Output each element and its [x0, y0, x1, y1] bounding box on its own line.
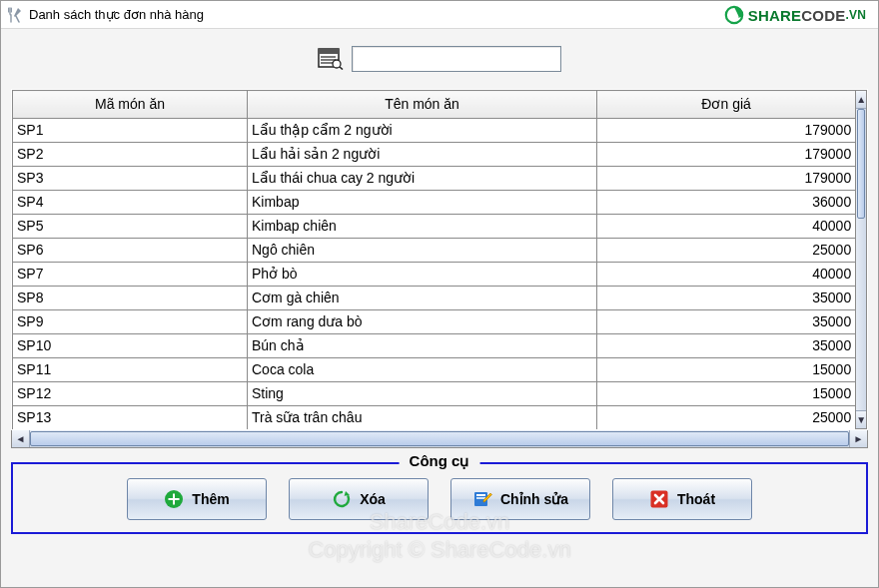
cell-price[interactable]: 179000	[597, 143, 856, 167]
utensils-icon	[7, 7, 23, 23]
watermark-logo: SHARECODE.VN	[724, 5, 866, 25]
table-row[interactable]: SP9Cơm rang dưa bò35000	[13, 310, 856, 334]
cell-price[interactable]: 36000	[597, 191, 856, 215]
table-row[interactable]: SP4Kimbap36000	[13, 191, 856, 215]
col-header-code[interactable]: Mã món ăn	[13, 91, 248, 119]
table-row[interactable]: SP1Lẩu thập cẩm 2 người179000	[13, 119, 856, 143]
cell-price[interactable]: 15000	[597, 382, 856, 406]
tools-legend: Công cụ	[400, 452, 480, 470]
svg-rect-3	[319, 49, 339, 54]
cell-name[interactable]: Coca cola	[248, 358, 597, 382]
cell-price[interactable]: 179000	[597, 119, 856, 143]
cell-price[interactable]: 35000	[597, 334, 856, 358]
table-row[interactable]: SP7Phở bò40000	[13, 263, 856, 287]
svg-marker-12	[345, 491, 350, 496]
app-window: Danh sách thực đơn nhà hàng SHARECODE.VN	[0, 0, 879, 588]
cell-name[interactable]: Kimbap chiên	[248, 215, 597, 239]
svg-rect-14	[476, 494, 485, 496]
edit-button-label: Chỉnh sửa	[500, 491, 568, 507]
cell-code[interactable]: SP5	[13, 215, 248, 239]
window-title: Danh sách thực đơn nhà hàng	[29, 7, 204, 22]
col-header-price[interactable]: Đơn giá	[597, 91, 856, 119]
refresh-icon	[332, 489, 352, 509]
cell-price[interactable]: 15000	[597, 358, 856, 382]
table-row[interactable]: SP12Sting15000	[13, 382, 856, 406]
cell-code[interactable]: SP1	[13, 119, 248, 143]
cell-name[interactable]: Kimbap	[248, 191, 597, 215]
list-search-icon	[318, 48, 344, 70]
table-row[interactable]: SP10Bún chả35000	[13, 334, 856, 358]
cell-code[interactable]: SP11	[13, 358, 248, 382]
cell-price[interactable]: 40000	[597, 263, 856, 287]
cell-name[interactable]: Lẩu thái chua cay 2 người	[248, 167, 597, 191]
table-row[interactable]: SP13Trà sữa trân châu25000	[13, 406, 856, 430]
cell-name[interactable]: Ngô chiên	[248, 239, 597, 263]
exit-button-label: Thoát	[677, 491, 715, 507]
svg-rect-15	[476, 497, 485, 499]
cell-price[interactable]: 179000	[597, 167, 856, 191]
cell-name[interactable]: Lẩu thập cẩm 2 người	[248, 119, 597, 143]
close-square-icon	[649, 489, 669, 509]
cell-name[interactable]: Phở bò	[248, 263, 597, 287]
scroll-left-arrow-icon[interactable]: ◄	[12, 430, 30, 447]
cell-name[interactable]: Sting	[248, 382, 597, 406]
menu-table: Mã món ăn Tên món ăn Đơn giá SP1Lẩu thập…	[11, 89, 868, 430]
edit-note-icon	[472, 489, 492, 509]
edit-button[interactable]: Chỉnh sửa	[450, 478, 590, 520]
cell-code[interactable]: SP3	[13, 167, 248, 191]
logo-text-code: CODE	[801, 7, 845, 24]
cell-code[interactable]: SP12	[13, 382, 248, 406]
scroll-up-arrow-icon[interactable]: ▲	[856, 91, 866, 109]
logo-text-vn: .VN	[845, 8, 866, 22]
table-row[interactable]: SP3Lẩu thái chua cay 2 người179000	[13, 167, 856, 191]
svg-line-8	[340, 67, 343, 70]
cell-code[interactable]: SP13	[13, 406, 248, 430]
scroll-down-arrow-icon[interactable]: ▼	[856, 410, 866, 428]
logo-text-share: SHARE	[748, 7, 802, 24]
watermark-line-2: Copyright © ShareCode.vn	[308, 537, 570, 563]
add-button-label: Thêm	[192, 491, 229, 507]
cell-code[interactable]: SP7	[13, 263, 248, 287]
scroll-right-arrow-icon[interactable]: ►	[849, 430, 867, 447]
cell-name[interactable]: Cơm gà chiên	[248, 287, 597, 310]
table-row[interactable]: SP11Coca cola15000	[13, 358, 856, 382]
cell-price[interactable]: 35000	[597, 310, 856, 334]
cell-price[interactable]: 25000	[597, 406, 856, 430]
search-row	[1, 29, 878, 89]
cell-price[interactable]: 35000	[597, 287, 856, 310]
cell-code[interactable]: SP9	[13, 310, 248, 334]
search-input[interactable]	[352, 46, 561, 72]
col-header-name[interactable]: Tên món ăn	[248, 91, 597, 119]
tools-groupbox: Công cụ Thêm Xóa	[11, 462, 868, 534]
vertical-scrollbar[interactable]: ▲ ▼	[855, 90, 867, 429]
table-row[interactable]: SP6Ngô chiên25000	[13, 239, 856, 263]
delete-button-label: Xóa	[360, 491, 386, 507]
svg-point-7	[333, 60, 341, 68]
table-row[interactable]: SP2Lẩu hải sản 2 người179000	[13, 143, 856, 167]
add-button[interactable]: Thêm	[127, 478, 267, 520]
horizontal-scrollbar[interactable]: ◄ ►	[11, 430, 868, 448]
table-row[interactable]: SP5Kimbap chiên40000	[13, 215, 856, 239]
cell-name[interactable]: Cơm rang dưa bò	[248, 310, 597, 334]
hscroll-thumb[interactable]	[30, 431, 849, 446]
cell-code[interactable]: SP4	[13, 191, 248, 215]
cell-price[interactable]: 25000	[597, 239, 856, 263]
cell-code[interactable]: SP2	[13, 143, 248, 167]
cell-name[interactable]: Trà sữa trân châu	[248, 406, 597, 430]
cell-code[interactable]: SP6	[13, 239, 248, 263]
table-row[interactable]: SP8Cơm gà chiên35000	[13, 287, 856, 310]
cell-code[interactable]: SP8	[13, 287, 248, 310]
cell-price[interactable]: 40000	[597, 215, 856, 239]
scroll-thumb[interactable]	[857, 109, 865, 219]
scroll-track[interactable]	[856, 109, 866, 410]
table-header-row: Mã món ăn Tên món ăn Đơn giá	[13, 91, 856, 119]
exit-button[interactable]: Thoát	[612, 478, 752, 520]
cell-name[interactable]: Bún chả	[248, 334, 597, 358]
hscroll-track[interactable]	[30, 430, 849, 447]
plus-circle-icon	[164, 489, 184, 509]
svg-rect-11	[169, 498, 180, 500]
cell-name[interactable]: Lẩu hải sản 2 người	[248, 143, 597, 167]
delete-button[interactable]: Xóa	[289, 478, 429, 520]
cell-code[interactable]: SP10	[13, 334, 248, 358]
